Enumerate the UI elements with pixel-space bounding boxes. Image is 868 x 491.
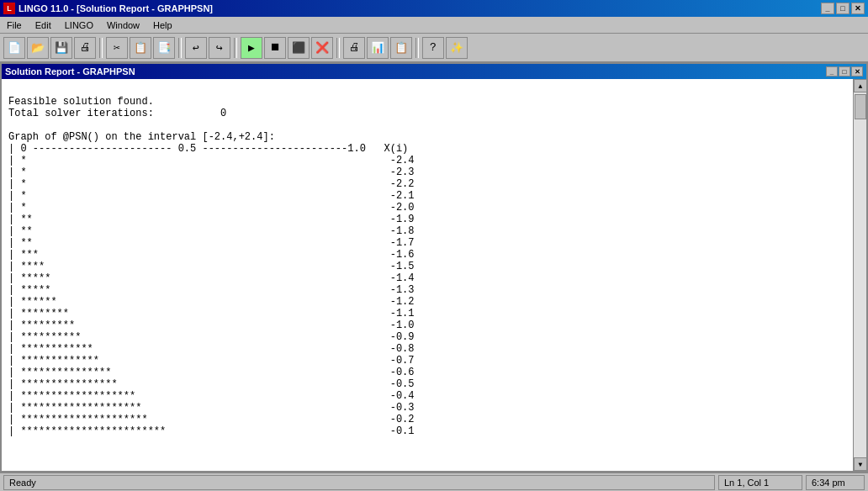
print2-button[interactable]: 🖨 xyxy=(343,37,365,59)
separator-3 xyxy=(234,38,237,58)
title-bar-left: L LINGO 11.0 - [Solution Report - GRAPHP… xyxy=(3,3,213,14)
toolbar: 📄 📂 💾 🖨 ✂ 📋 📑 ↩ ↪ ▶ ⏹ ⬛ ❌ 🖨 📊 📋 ? ✨ xyxy=(0,34,868,62)
abort-button[interactable]: ❌ xyxy=(311,37,333,59)
scroll-up-button[interactable]: ▲ xyxy=(854,79,867,92)
solution-close-button[interactable]: ✕ xyxy=(851,66,863,77)
status-time: 6:34 pm xyxy=(806,475,865,490)
window-title: LINGO 11.0 - [Solution Report - GRAPHPSN… xyxy=(19,3,213,13)
separator-1 xyxy=(99,38,103,58)
solve-button[interactable]: ▶ xyxy=(241,37,262,59)
main-area: Solution Report - GRAPHPSN _ □ ✕ Feasibl… xyxy=(0,62,868,473)
menu-file[interactable]: File xyxy=(0,18,29,32)
menu-help[interactable]: Help xyxy=(146,18,179,32)
tip-button[interactable]: ✨ xyxy=(446,37,468,59)
scroll-track[interactable] xyxy=(854,92,866,457)
print-button[interactable]: 🖨 xyxy=(74,37,96,59)
solution-window-title: Solution Report - GRAPHPSN xyxy=(5,66,135,77)
table-button[interactable]: 📋 xyxy=(390,37,412,59)
undo-button[interactable]: ↩ xyxy=(185,37,207,59)
status-position: Ln 1, Col 1 xyxy=(718,475,802,490)
separator-2 xyxy=(178,38,182,58)
menu-window[interactable]: Window xyxy=(100,18,146,32)
menu-bar: File Edit LINGO Window Help xyxy=(0,17,868,34)
status-ready: Ready xyxy=(3,475,715,490)
solution-title-bar: Solution Report - GRAPHPSN _ □ ✕ xyxy=(2,64,866,79)
separator-5 xyxy=(415,38,419,58)
menu-lingo[interactable]: LINGO xyxy=(58,18,100,32)
chart-button[interactable]: 📊 xyxy=(367,37,389,59)
content-area[interactable]: Feasible solution found. Total solver it… xyxy=(2,79,853,471)
open-button[interactable]: 📂 xyxy=(27,37,49,59)
title-bar: L LINGO 11.0 - [Solution Report - GRAPHP… xyxy=(0,0,868,17)
cut-button[interactable]: ✂ xyxy=(106,37,128,59)
paste-button[interactable]: 📑 xyxy=(153,37,175,59)
close-button[interactable]: ✕ xyxy=(851,3,865,14)
content-wrapper: Feasible solution found. Total solver it… xyxy=(2,79,866,471)
save-button[interactable]: 💾 xyxy=(50,37,72,59)
title-bar-buttons: _ □ ✕ xyxy=(821,3,865,14)
stop-button[interactable]: ⏹ xyxy=(264,37,286,59)
scroll-thumb[interactable] xyxy=(855,94,866,119)
status-bar: Ready Ln 1, Col 1 6:34 pm xyxy=(0,473,868,491)
solution-title-buttons: _ □ ✕ xyxy=(826,66,863,77)
restore-button[interactable]: □ xyxy=(836,3,849,14)
pause-button[interactable]: ⬛ xyxy=(288,37,310,59)
solution-restore-button[interactable]: □ xyxy=(839,66,850,77)
solution-report-window: Solution Report - GRAPHPSN _ □ ✕ Feasibl… xyxy=(0,62,868,473)
app-icon: L xyxy=(3,3,15,14)
new-button[interactable]: 📄 xyxy=(3,37,25,59)
minimize-button[interactable]: _ xyxy=(821,3,834,14)
help-button[interactable]: ? xyxy=(422,37,444,59)
scrollbar[interactable]: ▲ ▼ xyxy=(853,79,866,471)
solution-minimize-button[interactable]: _ xyxy=(826,66,838,77)
scroll-down-button[interactable]: ▼ xyxy=(854,457,867,471)
menu-edit[interactable]: Edit xyxy=(29,18,58,32)
separator-4 xyxy=(336,38,340,58)
copy-button[interactable]: 📋 xyxy=(130,37,151,59)
redo-button[interactable]: ↪ xyxy=(209,37,230,59)
